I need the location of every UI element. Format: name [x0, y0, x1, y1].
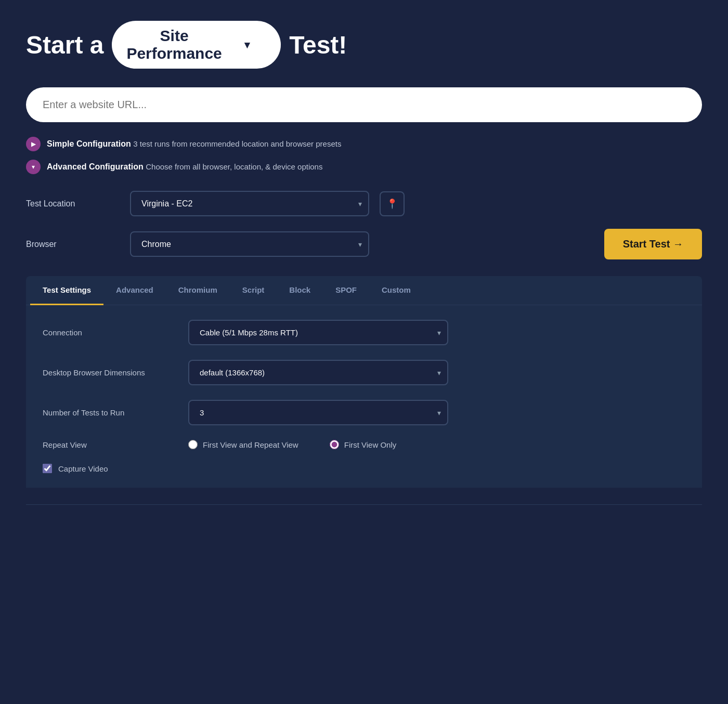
- capture-video-checkbox[interactable]: [43, 464, 52, 473]
- browser-select[interactable]: Chrome Firefox Edge Safari: [130, 231, 369, 257]
- url-input-container: [26, 87, 702, 122]
- map-pin-icon: 📍: [386, 198, 398, 210]
- num-tests-row: Number of Tests to Run 1 2 3 4 5 6 7 8 9…: [43, 400, 685, 425]
- form-section: Test Location Virginia - EC2 US East US …: [26, 191, 702, 259]
- connection-select[interactable]: Cable (5/1 Mbps 28ms RTT) DSL 3G 4G LTE …: [188, 320, 448, 345]
- tab-advanced[interactable]: Advanced: [103, 276, 166, 305]
- num-tests-label: Number of Tests to Run: [43, 408, 178, 417]
- tab-content-test-settings: Connection Cable (5/1 Mbps 28ms RTT) DSL…: [26, 305, 702, 488]
- advanced-config-label: Advanced Configuration: [47, 162, 144, 171]
- tab-spof[interactable]: SPOF: [323, 276, 369, 305]
- simple-config-description: 3 test runs from recommended location an…: [133, 139, 341, 148]
- page-header: Start a Site Performance ▾ Test!: [26, 21, 702, 69]
- test-type-label: Site Performance: [126, 27, 222, 62]
- first-only-label: First View Only: [344, 440, 397, 449]
- browser-label: Browser: [26, 240, 120, 249]
- num-tests-select-wrapper: 1 2 3 4 5 6 7 8 9 ▾: [188, 400, 448, 425]
- desktop-dimensions-row: Desktop Browser Dimensions default (1366…: [43, 360, 685, 385]
- tab-block[interactable]: Block: [277, 276, 323, 305]
- repeat-view-label: Repeat View: [43, 440, 178, 449]
- repeat-view-first-only-radio[interactable]: [330, 440, 339, 449]
- num-tests-select[interactable]: 1 2 3 4 5 6 7 8 9: [188, 400, 448, 425]
- desktop-dimensions-label: Desktop Browser Dimensions: [43, 368, 178, 377]
- test-location-select-wrapper: Virginia - EC2 US East US West Europe ▾: [130, 191, 369, 216]
- advanced-config-description: Choose from all browser, location, & dev…: [146, 162, 322, 171]
- test-type-dropdown[interactable]: Site Performance ▾: [112, 21, 281, 69]
- repeat-view-first-only[interactable]: First View Only: [330, 440, 397, 449]
- capture-video-row: Capture Video: [43, 464, 685, 473]
- advanced-config-section[interactable]: ▾ Advanced Configuration Choose from all…: [26, 160, 702, 174]
- header-prefix: Start a: [26, 31, 103, 59]
- repeat-view-row: Repeat View First View and Repeat View F…: [43, 440, 685, 449]
- connection-row: Connection Cable (5/1 Mbps 28ms RTT) DSL…: [43, 320, 685, 345]
- tab-chromium[interactable]: Chromium: [166, 276, 230, 305]
- advanced-config-icon: ▾: [26, 160, 41, 174]
- tab-test-settings[interactable]: Test Settings: [30, 276, 103, 305]
- simple-config-label: Simple Configuration: [47, 139, 131, 148]
- tab-script[interactable]: Script: [230, 276, 277, 305]
- tabs-nav: Test Settings Advanced Chromium Script B…: [26, 276, 702, 305]
- capture-video-label: Capture Video: [58, 464, 108, 473]
- map-location-button[interactable]: 📍: [380, 191, 405, 216]
- simple-config-section[interactable]: ▶ Simple Configuration 3 test runs from …: [26, 137, 702, 151]
- test-location-select[interactable]: Virginia - EC2 US East US West Europe: [130, 191, 369, 216]
- repeat-view-first-repeat-radio[interactable]: [188, 440, 198, 449]
- repeat-view-first-and-repeat[interactable]: First View and Repeat View: [188, 440, 298, 449]
- tabs-container: Test Settings Advanced Chromium Script B…: [26, 276, 702, 488]
- desktop-dimensions-select-wrapper: default (1366x768) 1920x1080 1280x720 25…: [188, 360, 448, 385]
- test-type-chevron: ▾: [228, 38, 266, 51]
- url-input[interactable]: [26, 87, 702, 122]
- start-test-button[interactable]: Start Test →: [604, 229, 702, 259]
- connection-select-wrapper: Cable (5/1 Mbps 28ms RTT) DSL 3G 4G LTE …: [188, 320, 448, 345]
- desktop-dimensions-select[interactable]: default (1366x768) 1920x1080 1280x720 25…: [188, 360, 448, 385]
- tab-custom[interactable]: Custom: [369, 276, 423, 305]
- page-divider: [26, 504, 702, 505]
- simple-config-icon: ▶: [26, 137, 41, 151]
- browser-row: Browser Chrome Firefox Edge Safari ▾ Sta…: [26, 229, 702, 259]
- repeat-view-radio-group: First View and Repeat View First View On…: [188, 440, 396, 449]
- test-location-label: Test Location: [26, 199, 120, 208]
- first-repeat-label: First View and Repeat View: [203, 440, 298, 449]
- test-location-row: Test Location Virginia - EC2 US East US …: [26, 191, 702, 216]
- browser-select-wrapper: Chrome Firefox Edge Safari ▾: [130, 231, 369, 257]
- connection-label: Connection: [43, 328, 178, 337]
- header-suffix: Test!: [289, 31, 347, 59]
